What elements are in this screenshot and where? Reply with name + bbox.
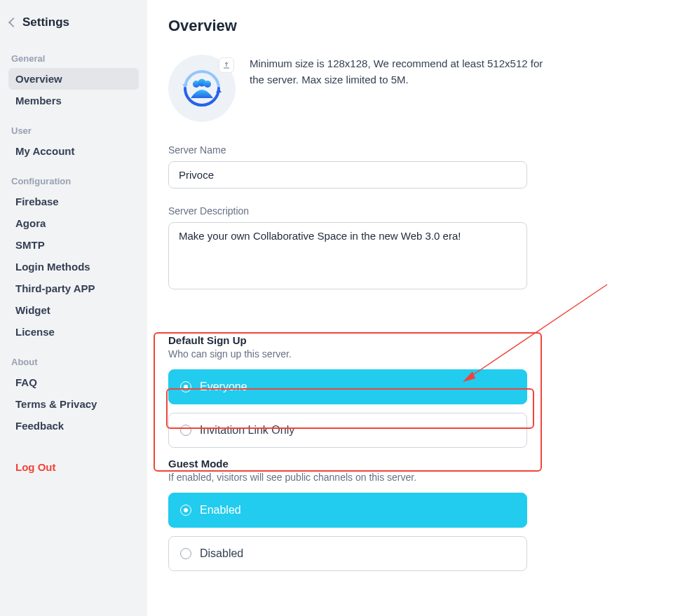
- signup-option-invitation-only[interactable]: Invitation Link Only: [168, 413, 527, 448]
- default-signup-title: Default Sign Up: [168, 334, 652, 346]
- settings-title: Settings: [22, 15, 69, 29]
- server-name-label: Server Name: [168, 144, 652, 156]
- server-description-label: Server Description: [168, 205, 652, 217]
- signup-option-everyone[interactable]: Everyone: [168, 369, 527, 404]
- guest-option-label: Enabled: [200, 504, 241, 516]
- sidebar-item-my-account[interactable]: My Account: [8, 140, 139, 162]
- sidebar-item-login-methods[interactable]: Login Methods: [8, 256, 139, 278]
- guest-option-enabled[interactable]: Enabled: [168, 493, 527, 528]
- server-avatar-hint: Minimum size is 128x128, We recommend at…: [250, 55, 544, 88]
- sidebar-item-agora[interactable]: Agora: [8, 212, 139, 234]
- svg-marker-1: [216, 88, 222, 93]
- radio-icon: [180, 548, 191, 559]
- section-header-configuration: Configuration: [8, 162, 139, 191]
- server-description-field: Server Description: [168, 205, 652, 292]
- signup-option-label: Everyone: [200, 381, 247, 393]
- server-description-input[interactable]: [168, 222, 527, 289]
- section-header-general: General: [8, 39, 139, 68]
- sidebar-item-firebase[interactable]: Firebase: [8, 191, 139, 212]
- guest-option-label: Disabled: [200, 547, 243, 560]
- upload-icon[interactable]: [219, 57, 234, 73]
- server-name-input[interactable]: [168, 161, 527, 189]
- server-avatar[interactable]: [168, 55, 236, 122]
- server-name-field: Server Name: [168, 144, 652, 189]
- sidebar: Settings General Overview Members User M…: [0, 0, 147, 616]
- sidebar-item-license[interactable]: License: [8, 321, 139, 343]
- guest-mode-section: Guest Mode If enabled, visitors will see…: [168, 458, 652, 571]
- sidebar-header: Settings: [8, 15, 139, 39]
- main-content: Overview: [147, 0, 673, 616]
- radio-icon: [180, 381, 191, 392]
- sidebar-item-feedback[interactable]: Feedback: [8, 415, 139, 437]
- sidebar-item-third-party-app[interactable]: Third-party APP: [8, 278, 139, 299]
- svg-point-4: [204, 81, 211, 88]
- guest-mode-subtitle: If enabled, visitors will see public cha…: [168, 472, 652, 483]
- sidebar-item-members[interactable]: Members: [8, 90, 139, 111]
- radio-icon: [180, 425, 191, 436]
- sidebar-item-logout[interactable]: Log Out: [8, 456, 139, 478]
- radio-icon: [180, 505, 191, 516]
- sidebar-item-widget[interactable]: Widget: [8, 299, 139, 321]
- signup-option-label: Invitation Link Only: [200, 424, 294, 437]
- sidebar-item-overview[interactable]: Overview: [8, 68, 139, 90]
- page-title: Overview: [168, 17, 652, 35]
- default-signup-section: Default Sign Up Who can sign up this ser…: [168, 334, 652, 448]
- guest-option-disabled[interactable]: Disabled: [168, 536, 527, 571]
- sidebar-item-faq[interactable]: FAQ: [8, 371, 139, 393]
- default-signup-subtitle: Who can sign up this server.: [168, 348, 652, 360]
- section-header-about: About: [8, 343, 139, 371]
- guest-mode-title: Guest Mode: [168, 458, 652, 470]
- chevron-left-icon[interactable]: [8, 18, 18, 27]
- sidebar-item-smtp[interactable]: SMTP: [8, 234, 139, 256]
- sidebar-item-terms-privacy[interactable]: Terms & Privacy: [8, 393, 139, 415]
- section-header-user: User: [8, 111, 139, 140]
- server-avatar-row: Minimum size is 128x128, We recommend at…: [168, 55, 652, 122]
